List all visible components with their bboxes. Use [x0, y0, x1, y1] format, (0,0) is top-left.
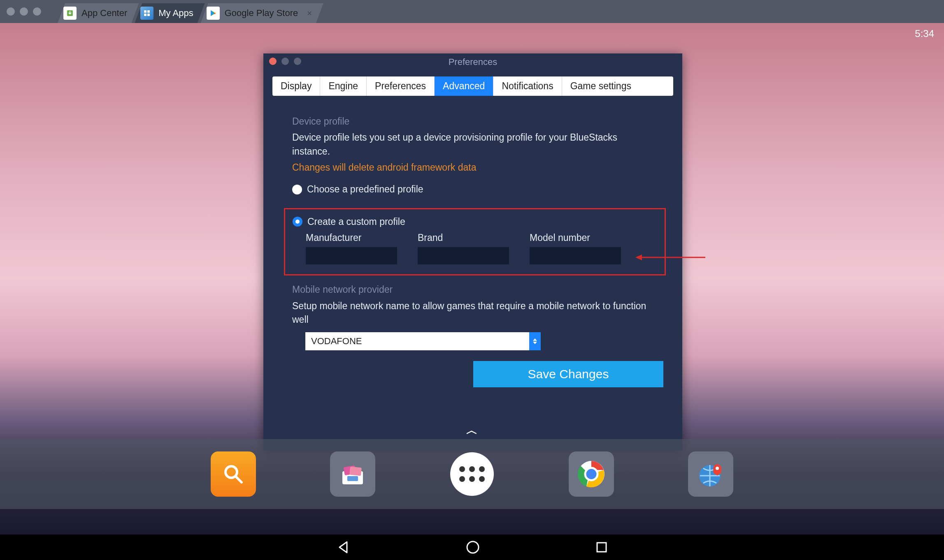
svg-rect-11	[349, 467, 362, 476]
svg-rect-2	[147, 10, 150, 13]
brand-input[interactable]	[418, 247, 509, 264]
dialog-title: Preferences	[449, 57, 498, 67]
tab-app-center[interactable]: App Center	[58, 3, 139, 23]
custom-profile-fields: Manufacturer Brand Model number	[293, 231, 657, 264]
tab-preferences[interactable]: Preferences	[367, 76, 435, 96]
app-center-icon	[63, 7, 77, 20]
radio-label: Choose a predefined profile	[307, 183, 423, 196]
play-store-icon	[207, 7, 220, 20]
svg-line-8	[236, 477, 242, 482]
media-folder-icon	[338, 460, 367, 488]
brand-label: Brand	[418, 231, 509, 245]
dock-maps[interactable]	[688, 451, 733, 497]
device-profile-warning: Changes will delete android framework da…	[292, 161, 653, 174]
network-selected-value: VODAFONE	[305, 332, 541, 350]
desktop-area: 5:34 Preferences Display Engine Preferen…	[0, 23, 944, 535]
model-label: Model number	[530, 231, 621, 245]
nav-home-icon[interactable]	[465, 540, 480, 555]
network-description: Setup mobile network name to allow games…	[292, 299, 653, 327]
svg-rect-12	[347, 476, 358, 481]
network-section: Mobile network provider Setup mobile net…	[292, 283, 653, 350]
dialog-window-controls	[269, 58, 301, 65]
tab-google-play[interactable]: Google Play Store ×	[201, 3, 323, 23]
browser-tabs: App Center My Apps Google Play Store ×	[58, 0, 323, 23]
tab-label: My Apps	[158, 8, 193, 19]
my-apps-icon	[140, 7, 153, 20]
all-apps-icon	[450, 452, 494, 496]
device-profile-description: Device profile lets you set up a device …	[292, 131, 653, 158]
globe-location-icon	[696, 459, 725, 489]
nav-recent-icon[interactable]	[595, 541, 608, 553]
android-navbar	[0, 535, 944, 560]
model-field-group: Model number	[530, 231, 621, 264]
maximize-dialog-icon[interactable]	[294, 58, 301, 65]
tab-display[interactable]: Display	[272, 76, 320, 96]
radio-label: Create a custom profile	[307, 215, 405, 229]
svg-point-17	[716, 467, 719, 470]
svg-rect-4	[147, 14, 150, 16]
minimize-window-icon[interactable]	[20, 7, 28, 16]
tab-label: Google Play Store	[225, 8, 298, 19]
tab-my-apps[interactable]: My Apps	[135, 3, 205, 23]
device-profile-heading: Device profile	[292, 115, 653, 128]
svg-rect-1	[144, 10, 146, 13]
close-tab-icon[interactable]: ×	[307, 9, 312, 18]
close-dialog-icon[interactable]	[269, 58, 277, 65]
search-icon	[221, 462, 246, 486]
dock-chrome[interactable]	[569, 451, 614, 497]
radio-predefined-profile[interactable]: Choose a predefined profile	[292, 183, 653, 196]
custom-profile-highlight: Create a custom profile Manufacturer Bra…	[284, 208, 666, 276]
tab-notifications[interactable]: Notifications	[493, 76, 562, 96]
dock-all-apps[interactable]	[449, 451, 495, 497]
select-stepper-icon[interactable]	[529, 332, 541, 350]
annotation-arrow-icon	[635, 251, 709, 264]
network-heading: Mobile network provider	[292, 283, 653, 296]
preferences-tabbar: Display Engine Preferences Advanced Noti…	[272, 76, 673, 96]
save-changes-button[interactable]: Save Changes	[473, 361, 663, 387]
chevron-up-icon[interactable]: ︿	[466, 423, 478, 438]
svg-rect-3	[144, 14, 146, 16]
nav-back-icon[interactable]	[336, 540, 350, 554]
manufacturer-input[interactable]	[306, 247, 397, 264]
radio-icon	[292, 185, 302, 194]
maximize-window-icon[interactable]	[33, 7, 41, 16]
svg-rect-19	[597, 543, 606, 552]
tab-engine[interactable]: Engine	[320, 76, 367, 96]
radio-custom-profile[interactable]: Create a custom profile	[293, 215, 657, 229]
app-window: App Center My Apps Google Play Store × 5…	[0, 0, 944, 560]
preferences-body: Device profile Device profile lets you s…	[263, 96, 682, 387]
chrome-icon	[577, 459, 606, 489]
close-window-icon[interactable]	[7, 7, 15, 16]
preferences-dialog: Preferences Display Engine Preferences A…	[263, 53, 682, 451]
radio-selected-icon	[293, 217, 302, 227]
dock-media[interactable]	[330, 451, 375, 497]
manufacturer-field-group: Manufacturer	[306, 231, 397, 264]
dialog-titlebar: Preferences	[263, 53, 682, 71]
tab-label: App Center	[81, 8, 127, 19]
dock	[0, 439, 944, 509]
status-clock: 5:34	[915, 28, 934, 39]
tab-advanced[interactable]: Advanced	[435, 76, 493, 96]
tab-game-settings[interactable]: Game settings	[562, 76, 639, 96]
manufacturer-label: Manufacturer	[306, 231, 397, 245]
svg-point-18	[467, 541, 479, 553]
brand-field-group: Brand	[418, 231, 509, 264]
svg-marker-6	[635, 255, 642, 260]
window-controls	[7, 7, 41, 16]
network-select[interactable]: VODAFONE	[305, 332, 541, 350]
minimize-dialog-icon[interactable]	[281, 58, 289, 65]
dock-search[interactable]	[211, 451, 256, 497]
model-input[interactable]	[530, 247, 621, 264]
titlebar: App Center My Apps Google Play Store ×	[0, 0, 944, 23]
